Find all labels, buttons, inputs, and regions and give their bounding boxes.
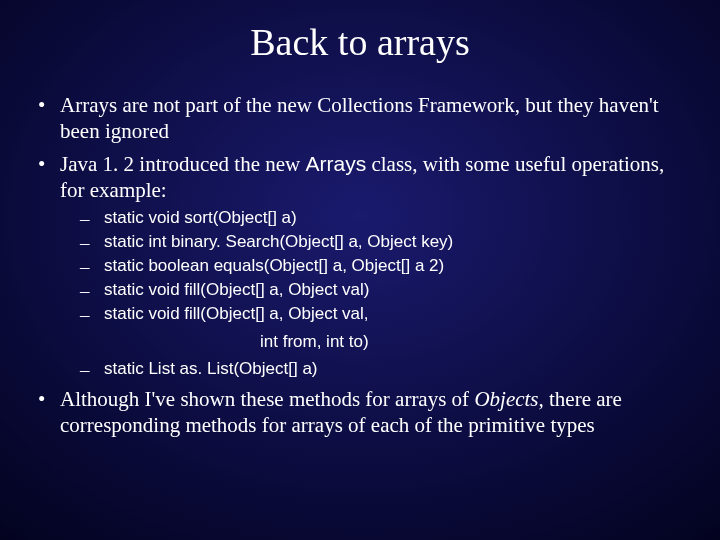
sub-2-text: static int binary. Search(Object[] a, Ob…	[104, 232, 453, 251]
sub-4-text: static void fill(Object[] a, Object val)	[104, 280, 369, 299]
sub-2: static int binary. Search(Object[] a, Ob…	[60, 231, 688, 253]
bullet-2-code: Arrays	[306, 152, 367, 175]
sub-5: static void fill(Object[] a, Object val,	[60, 303, 688, 325]
bullet-3-pre: Although I've shown these methods for ar…	[60, 387, 474, 411]
bullet-1-text: Arrays are not part of the new Collectio…	[60, 93, 659, 143]
bullet-3: Although I've shown these methods for ar…	[32, 386, 688, 439]
sub-4: static void fill(Object[] a, Object val)	[60, 279, 688, 301]
bullet-2: Java 1. 2 introduced the new Arrays clas…	[32, 151, 688, 380]
sub-bullet-list: static void sort(Object[] a) static int …	[60, 207, 688, 325]
bullet-2-pre: Java 1. 2 introduced the new	[60, 152, 306, 176]
sub-bullet-list-2: static List as. List(Object[] a)	[60, 358, 688, 380]
sub-5-continuation: int from, int to)	[60, 331, 688, 353]
sub-1: static void sort(Object[] a)	[60, 207, 688, 229]
sub-3: static boolean equals(Object[] a, Object…	[60, 255, 688, 277]
sub-1-text: static void sort(Object[] a)	[104, 208, 297, 227]
sub-3-text: static boolean equals(Object[] a, Object…	[104, 256, 444, 275]
sub-6-text: static List as. List(Object[] a)	[104, 359, 318, 378]
slide-title: Back to arrays	[32, 20, 688, 64]
top-bullet-list: Arrays are not part of the new Collectio…	[32, 92, 688, 438]
bullet-3-italic: Objects,	[474, 387, 543, 411]
slide: Back to arrays Arrays are not part of th…	[0, 0, 720, 540]
bullet-1: Arrays are not part of the new Collectio…	[32, 92, 688, 145]
sub-5-text: static void fill(Object[] a, Object val,	[104, 304, 369, 323]
sub-6: static List as. List(Object[] a)	[60, 358, 688, 380]
